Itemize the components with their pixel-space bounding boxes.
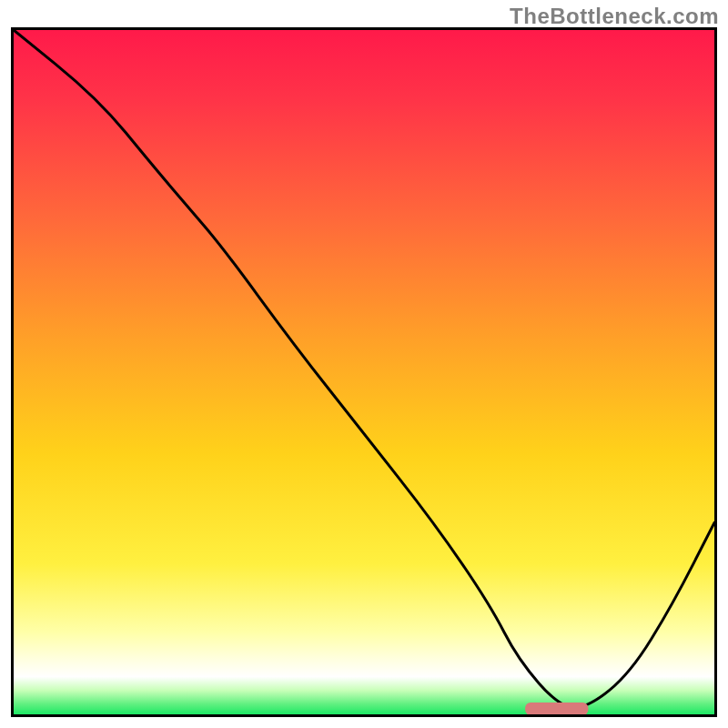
- chart-overlay: [14, 30, 714, 714]
- plot-frame: [11, 27, 717, 717]
- chart-container: TheBottleneck.com: [0, 0, 728, 728]
- bottleneck-curve: [14, 30, 714, 707]
- watermark-text: TheBottleneck.com: [510, 4, 719, 29]
- optimal-marker: [525, 703, 588, 714]
